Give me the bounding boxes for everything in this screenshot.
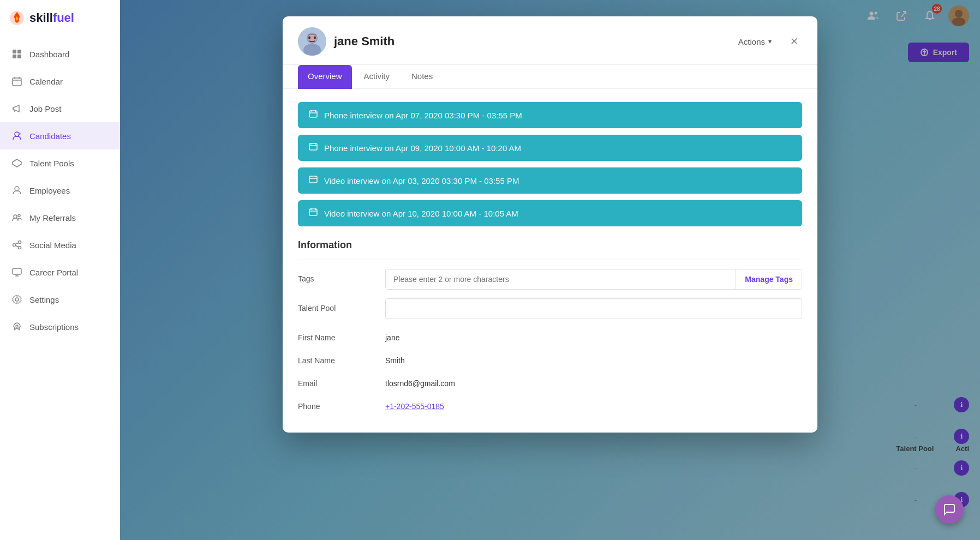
sidebar-item-dashboard[interactable]: Dashboard [0,40,119,68]
svg-point-12 [19,133,21,135]
sidebar-item-career-portal[interactable]: Career Portal [0,259,119,286]
modal-header-left: jane Smith [298,27,395,56]
svg-point-17 [19,241,21,244]
modal-header: jane Smith Actions ▾ ✕ [283,16,817,65]
phone-label: Phone [298,397,374,411]
sidebar-item-label: Calendar [29,77,63,86]
candidate-avatar [298,27,326,56]
modal-overlay: jane Smith Actions ▾ ✕ Overview Activity [120,0,980,540]
svg-point-26 [16,325,18,327]
sidebar-item-social-media[interactable]: Social Media [0,231,119,259]
interview-text: Phone interview on Apr 09, 2020 10:00 AM… [324,143,521,153]
sidebar-item-label: Candidates [29,131,71,141]
sidebar-item-label: Job Post [29,104,61,113]
sidebar-item-candidates[interactable]: Candidates [0,122,119,149]
tab-activity[interactable]: Activity [354,65,400,89]
manage-tags-label: Manage Tags [745,275,793,284]
svg-point-25 [15,298,19,301]
svg-point-16 [18,214,20,217]
chevron-down-icon: ▾ [768,38,772,45]
first-name-row: First Name jane [298,328,802,342]
interview-card-1[interactable]: Phone interview on Apr 07, 2020 03:30 PM… [298,102,802,128]
actions-button[interactable]: Actions ▾ [733,34,777,50]
logo-flame-icon [9,10,25,26]
sidebar-item-label: Employees [29,186,70,195]
sidebar: skillfuel Dashboard Calendar Job Post [0,0,120,540]
svg-rect-50 [309,176,317,183]
svg-rect-9 [13,107,14,110]
sidebar-item-subscriptions[interactable]: Subscriptions [0,313,119,340]
email-value: tlosrnd6@gmail.com [385,374,455,388]
svg-point-19 [19,247,21,249]
sidebar-item-job-post[interactable]: Job Post [0,95,119,122]
close-button[interactable]: ✕ [786,33,802,50]
chat-button[interactable] [935,495,964,524]
sidebar-item-label: Social Media [29,241,76,250]
first-name-label: First Name [298,328,374,342]
interview-calendar-icon [309,110,318,121]
sidebar-item-settings[interactable]: Settings [0,286,119,313]
svg-line-21 [15,243,18,244]
sidebar-item-label: My Referrals [29,213,76,223]
dashboard-icon [11,48,23,60]
tags-input[interactable] [386,269,736,289]
tab-label: Notes [411,71,433,81]
phone-value[interactable]: +1-202-555-0185 [385,397,444,411]
interview-card-2[interactable]: Phone interview on Apr 09, 2020 10:00 AM… [298,135,802,161]
candidates-icon [11,130,23,142]
interview-card-4[interactable]: Video interview on Apr 10, 2020 10:00 AM… [298,200,802,226]
social-media-icon [11,239,23,251]
last-name-value: Smith [385,351,405,365]
modal-header-right: Actions ▾ ✕ [733,33,802,50]
sidebar-item-talent-pools[interactable]: Talent Pools [0,149,119,177]
svg-line-20 [15,245,18,247]
tab-label: Overview [308,71,342,81]
referrals-icon [11,212,23,224]
interview-calendar-icon [309,175,318,186]
svg-point-15 [14,215,17,218]
calendar-icon [11,75,23,87]
svg-rect-22 [13,268,21,274]
svg-rect-1 [13,50,16,53]
svg-rect-3 [13,55,16,58]
svg-point-41 [314,37,316,39]
monitor-icon [11,266,23,278]
sidebar-item-label: Dashboard [29,50,69,59]
interview-text: Video interview on Apr 10, 2020 10:00 AM… [324,209,518,218]
sidebar-item-calendar[interactable]: Calendar [0,68,119,95]
sidebar-item-label: Career Portal [29,268,78,277]
tags-label: Tags [298,269,374,283]
email-row: Email tlosrnd6@gmail.com [298,374,802,388]
sidebar-item-label: Talent Pools [29,159,74,168]
interview-text: Phone interview on Apr 07, 2020 03:30 PM… [324,111,522,120]
tab-overview[interactable]: Overview [298,65,352,89]
candidate-modal: jane Smith Actions ▾ ✕ Overview Activity [283,16,817,433]
interview-calendar-icon [309,142,318,153]
employees-icon [11,184,23,196]
interview-card-3[interactable]: Video interview on Apr 03, 2020 03:30 PM… [298,167,802,194]
svg-point-18 [13,244,16,247]
tags-row: Tags Manage Tags [298,269,802,290]
modal-body: Phone interview on Apr 07, 2020 03:30 PM… [283,89,817,433]
svg-marker-13 [13,159,21,167]
logo: skillfuel [0,0,119,36]
svg-rect-5 [13,78,21,86]
tab-notes[interactable]: Notes [402,65,443,89]
talent-pools-icon [11,157,23,169]
svg-point-11 [15,132,19,136]
sidebar-item-employees[interactable]: Employees [0,177,119,204]
svg-rect-42 [309,111,317,117]
main-area: 28 Export Talent Pool Acti - ℹ - ℹ - [120,0,980,540]
sidebar-item-my-referrals[interactable]: My Referrals [0,204,119,231]
email-label: Email [298,374,374,388]
megaphone-icon [11,103,23,115]
svg-rect-46 [309,143,317,150]
settings-icon [11,293,23,305]
interview-calendar-icon [309,208,318,219]
talent-pool-input[interactable] [385,298,802,319]
talent-pool-row: Talent Pool [298,298,802,319]
candidate-name: jane Smith [334,34,395,49]
modal-tabs: Overview Activity Notes [283,65,817,89]
sidebar-item-label: Subscriptions [29,322,79,332]
manage-tags-button[interactable]: Manage Tags [736,269,802,289]
